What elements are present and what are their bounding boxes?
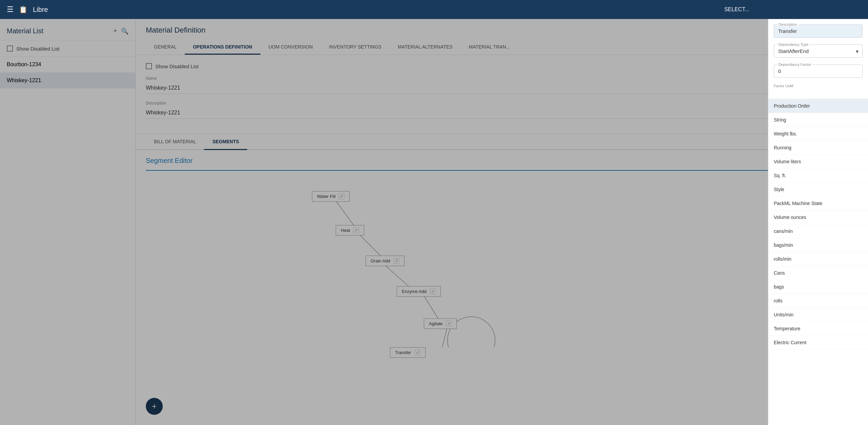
dropdown-item-rolls[interactable]: rolls [768, 294, 868, 308]
dropdown-item-rolls-min[interactable]: rolls/min [768, 252, 868, 266]
dropdown-item-volume-ounces[interactable]: Volume ounces [768, 210, 868, 224]
select-button[interactable]: SELECT... [724, 6, 749, 13]
factor-uom-dropdown[interactable]: Production OrderStringWeight lbs.Running… [768, 99, 868, 425]
app-title: Libre [33, 6, 48, 14]
right-panel-form: Description Dependancy Type StartAfterEn… [768, 19, 868, 99]
rp-description-label: Description [777, 22, 798, 26]
rp-factor-uom-field: Factor UoM [774, 82, 863, 89]
dropdown-item-string[interactable]: String [768, 113, 868, 127]
modal-overlay [0, 19, 868, 425]
dropdown-item-sq-ft[interactable]: Sq. ft. [768, 169, 868, 183]
document-icon: 📋 [19, 5, 27, 14]
dropdown-item-bags[interactable]: bags [768, 280, 868, 294]
rp-dependency-factor-field: Dependancy Factor [774, 64, 863, 78]
main-layout: Material List + 🔍 Show Disabled List Bou… [0, 19, 868, 425]
rp-dependency-factor-label: Dependancy Factor [777, 62, 812, 67]
dropdown-item-units-min[interactable]: Units/min [768, 308, 868, 322]
rp-factor-uom-label: Factor UoM [774, 84, 793, 88]
right-panel: Description Dependancy Type StartAfterEn… [768, 19, 868, 425]
dropdown-item-style[interactable]: Style [768, 183, 868, 197]
dropdown-item-production-order[interactable]: Production Order [768, 99, 868, 113]
rp-dependency-type-label: Dependancy Type [777, 42, 810, 47]
top-navigation: ☰ 📋 Libre SELECT... [0, 0, 868, 19]
hamburger-icon[interactable]: ☰ [7, 5, 14, 14]
rp-dependency-type-field: Dependancy Type StartAfterEnd StartAfter… [774, 44, 863, 58]
rp-description-field: Description [774, 24, 863, 38]
dropdown-item-cans-min[interactable]: cans/min [768, 224, 868, 238]
dropdown-item-packml-machine-state[interactable]: PackML Machine State [768, 197, 868, 210]
dropdown-item-temperature[interactable]: Temperature [768, 322, 868, 336]
dropdown-item-cans[interactable]: Cans [768, 266, 868, 280]
dropdown-item-volume-liters[interactable]: Volume liters [768, 155, 868, 169]
dropdown-item-running[interactable]: Running [768, 141, 868, 155]
dropdown-item-bags-min[interactable]: bags/min [768, 238, 868, 252]
dropdown-item-weight-lbs[interactable]: Weight lbs. [768, 127, 868, 141]
dropdown-item-electric-current[interactable]: Electric Current [768, 336, 868, 350]
